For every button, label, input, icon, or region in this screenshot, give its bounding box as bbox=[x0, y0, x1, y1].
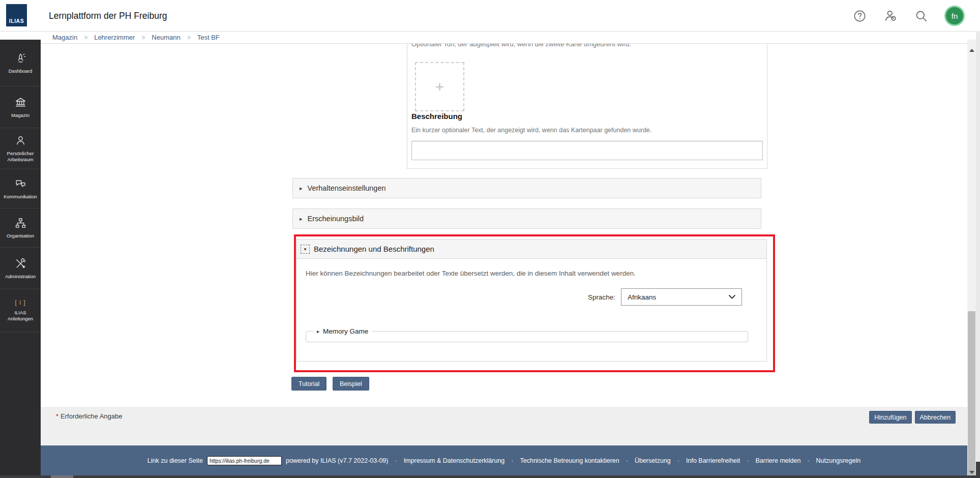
breadcrumb-item-test-bf[interactable]: Test BF bbox=[197, 34, 220, 41]
main-sidebar: Dashboard Magazin Persönlicher Arbeitsra… bbox=[0, 40, 41, 475]
abbrechen-button[interactable]: Abbrechen bbox=[915, 411, 956, 424]
accordion-bezeichnungen-header[interactable]: ▾ Bezeichnungen und Beschriftungen bbox=[296, 239, 767, 259]
sidebar-item-ilias-anleitungen[interactable]: [ i ] ILIAS Anleitungen bbox=[0, 289, 41, 332]
communication-icon bbox=[14, 177, 27, 190]
accordion-label: Erscheinungsbild bbox=[308, 215, 364, 223]
ilias-logo-text: ILIAS bbox=[9, 18, 24, 24]
breadcrumb-separator-icon: > bbox=[187, 34, 191, 41]
footer-separator: · bbox=[807, 457, 809, 464]
sound-hint-clipped: Optionaler Ton, der abgespielt wird, wen… bbox=[411, 44, 757, 50]
sidebar-item-label: Organisation bbox=[7, 233, 34, 239]
breadcrumb: Magazin > Lehrerzimmer > Neumann > Test … bbox=[0, 32, 980, 44]
powered-by-text: powered by ILIAS (v7.7 2022-03-09) bbox=[286, 457, 389, 464]
horizontal-scrollbar-thumb[interactable] bbox=[51, 475, 73, 478]
required-note: *Erforderliche Angabe bbox=[56, 412, 122, 420]
footer-link-barrierefreiheit[interactable]: Info Barrierefreiheit bbox=[686, 457, 740, 464]
breadcrumb-separator-icon: > bbox=[141, 34, 145, 41]
beispiel-button[interactable]: Beispiel bbox=[333, 377, 369, 391]
language-selected-value: Afrikaans bbox=[628, 293, 656, 301]
sidebar-item-label: Administration bbox=[5, 274, 36, 280]
sidebar-item-magazin[interactable]: Magazin bbox=[0, 86, 41, 128]
sidebar-item-kommunikation[interactable]: Kommunikation bbox=[0, 169, 41, 208]
footer-separator: · bbox=[677, 457, 679, 464]
plus-icon: + bbox=[435, 79, 444, 95]
scroll-up-icon[interactable] bbox=[969, 49, 974, 52]
horizontal-scrollbar[interactable] bbox=[0, 475, 980, 478]
organisation-icon bbox=[14, 217, 27, 229]
sidebar-item-label: Magazin bbox=[11, 112, 29, 118]
header-icon-bar: fn bbox=[853, 0, 965, 32]
permalink-input[interactable]: https://ilias.ph-freiburg.de bbox=[207, 456, 282, 465]
outer-scrollbar-track[interactable] bbox=[976, 32, 980, 478]
contacts-awareness-icon[interactable] bbox=[883, 8, 898, 23]
triangle-right-icon: ▸ bbox=[300, 216, 303, 222]
section-description: Hier können Bezeichnungen bearbeitet ode… bbox=[306, 270, 636, 277]
main-header: ILIAS Lernplattform der PH Freiburg fn bbox=[0, 0, 980, 32]
sidebar-item-dashboard[interactable]: Dashboard bbox=[0, 40, 41, 86]
help-icon[interactable] bbox=[853, 9, 867, 23]
avatar-initials: fn bbox=[952, 12, 958, 20]
description-input[interactable] bbox=[411, 141, 763, 160]
collapse-toggle[interactable]: ▾ bbox=[301, 245, 310, 254]
required-note-text: Erforderliche Angabe bbox=[61, 412, 122, 420]
ilias-window: ILIAS Lernplattform der PH Freiburg fn M… bbox=[0, 0, 980, 478]
vertical-scrollbar[interactable] bbox=[967, 40, 976, 478]
footer-link-uebersetzung[interactable]: Übersetzung bbox=[635, 457, 671, 464]
memory-game-label: Memory Game bbox=[323, 327, 368, 335]
sidebar-item-organisation[interactable]: Organisation bbox=[0, 208, 41, 248]
memory-game-toggle[interactable]: ▸ Memory Game bbox=[313, 327, 372, 335]
breadcrumb-separator-icon: > bbox=[84, 34, 87, 41]
footer-separator: · bbox=[511, 457, 513, 464]
search-icon[interactable] bbox=[914, 9, 928, 23]
footer-separator: · bbox=[747, 457, 749, 464]
permalink-label: Link zu dieser Seite bbox=[147, 457, 203, 464]
language-label: Sprache: bbox=[588, 293, 615, 301]
site-footer: Link zu dieser Seite https://ilias.ph-fr… bbox=[41, 445, 967, 476]
breadcrumb-item-magazin[interactable]: Magazin bbox=[52, 34, 77, 41]
form-action-bar: *Erforderliche Angabe Hinzufügen Abbrech… bbox=[41, 407, 967, 445]
user-avatar[interactable]: fn bbox=[944, 6, 965, 26]
footer-link-barriere-melden[interactable]: Barriere melden bbox=[755, 457, 800, 464]
accordion-bezeichnungen-body: Hier können Bezeichnungen bearbeitet ode… bbox=[296, 259, 767, 362]
sidebar-item-label: Dashboard bbox=[9, 68, 32, 74]
sidebar-item-administration[interactable]: Administration bbox=[0, 248, 41, 289]
ilias-logo[interactable]: ILIAS bbox=[6, 4, 27, 26]
accordion-label: Verhaltenseinstellungen bbox=[308, 184, 386, 192]
file-dropzone[interactable]: + bbox=[415, 62, 464, 111]
page-title: Lernplattform der PH Freiburg bbox=[49, 0, 167, 32]
manual-icon: [ i ] bbox=[15, 299, 25, 306]
repository-icon bbox=[14, 96, 27, 109]
triangle-right-icon: ▸ bbox=[300, 185, 303, 192]
language-row: Sprache: Afrikaans bbox=[588, 288, 742, 306]
breadcrumb-item-neumann[interactable]: Neumann bbox=[152, 34, 180, 41]
section-title: Bezeichnungen und Beschriftungen bbox=[314, 245, 434, 253]
footer-link-betreuung[interactable]: Technische Betreuung kontaktieren bbox=[520, 457, 619, 464]
footer-separator: · bbox=[395, 457, 397, 464]
required-asterisk: * bbox=[56, 412, 58, 420]
accordion-verhaltenseinstellungen[interactable]: ▸ Verhaltenseinstellungen bbox=[292, 178, 761, 198]
sidebar-item-persoenlicher-arbeitsraum[interactable]: Persönlicher Arbeitsraum bbox=[0, 128, 41, 169]
sidebar-item-label: Kommunikation bbox=[4, 194, 37, 200]
dashboard-icon bbox=[14, 52, 27, 65]
card-pair-panel: Optionaler Ton, der abgespielt wird, wen… bbox=[407, 43, 767, 169]
sidebar-item-label: ILIAS Anleitungen bbox=[2, 310, 39, 322]
breadcrumb-item-lehrerzimmer[interactable]: Lehrerzimmer bbox=[94, 34, 135, 41]
description-hint: Ein kurzer optionaler Text, der angezeig… bbox=[411, 127, 651, 134]
chevron-down-icon bbox=[729, 295, 735, 299]
triangle-down-icon: ▾ bbox=[304, 247, 307, 252]
tutorial-button[interactable]: Tutorial bbox=[291, 377, 326, 391]
footer-link-nutzungsregeln[interactable]: Nutzungsregeln bbox=[816, 457, 861, 464]
administration-icon bbox=[14, 257, 27, 270]
language-select[interactable]: Afrikaans bbox=[621, 288, 742, 306]
form-buttons: Hinzufügen Abbrechen bbox=[869, 411, 956, 424]
vertical-scrollbar-thumb[interactable] bbox=[968, 311, 975, 478]
sidebar-item-label: Persönlicher Arbeitsraum bbox=[2, 151, 39, 163]
triangle-right-icon: ▸ bbox=[317, 328, 319, 334]
hinzufuegen-button[interactable]: Hinzufügen bbox=[869, 411, 911, 424]
footer-separator: · bbox=[626, 457, 628, 464]
description-label: Beschreibung bbox=[411, 112, 462, 121]
footer-link-impressum[interactable]: Impressum & Datenschutzerklärung bbox=[404, 457, 505, 464]
workspace-icon bbox=[14, 134, 27, 147]
scroll-down-icon[interactable] bbox=[969, 471, 974, 474]
accordion-erscheinungsbild[interactable]: ▸ Erscheinungsbild bbox=[292, 208, 761, 229]
